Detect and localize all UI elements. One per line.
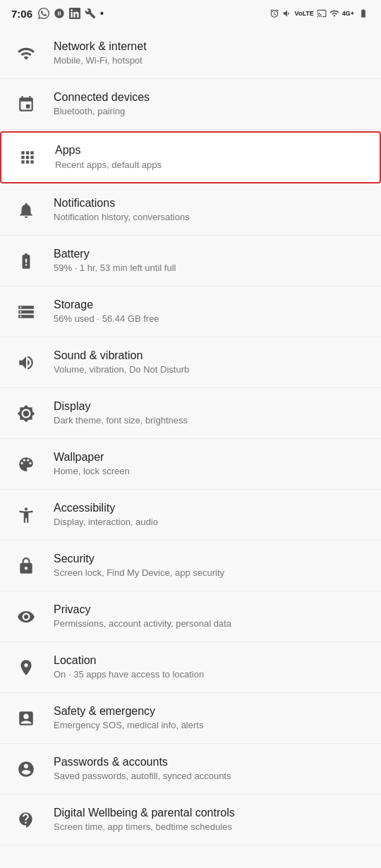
settings-item-wallpaper[interactable]: Wallpaper Home, lock screen: [0, 439, 381, 490]
item-subtitle-wallpaper: Home, lock screen: [54, 466, 130, 478]
settings-item-battery[interactable]: Battery 59% · 1 hr, 53 min left until fu…: [0, 236, 381, 287]
item-subtitle-passwords: Saved passwords, autofill, synced accoun…: [54, 771, 231, 783]
settings-item-notifications[interactable]: Notifications Notification history, conv…: [0, 185, 381, 236]
security-icon: [11, 551, 41, 581]
item-title-safety: Safety & emergency: [54, 704, 203, 719]
signal-icon: [329, 8, 339, 18]
item-subtitle-network: Mobile, Wi-Fi, hotspot: [54, 55, 147, 67]
settings-item-location[interactable]: Location On · 35 apps have access to loc…: [0, 642, 381, 693]
network-icon: [11, 39, 41, 68]
storage-icon: [11, 297, 41, 327]
settings-item-privacy[interactable]: Privacy Permissions, account activity, p…: [0, 591, 381, 642]
item-title-passwords: Passwords & accounts: [54, 755, 231, 770]
wellbeing-icon: [11, 805, 41, 835]
settings-item-display[interactable]: Display Dark theme, font size, brightnes…: [0, 388, 381, 439]
item-text-network: Network & internet Mobile, Wi-Fi, hotspo…: [54, 40, 147, 68]
item-subtitle-apps: Recent apps, default apps: [55, 159, 162, 171]
item-text-storage: Storage 56% used · 56.44 GB free: [54, 298, 159, 326]
settings-item-accessibility[interactable]: Accessibility Display, interaction, audi…: [0, 490, 381, 541]
status-bar: 7:06 • VoLTE 4G+: [0, 0, 381, 25]
cast-icon: [317, 8, 327, 18]
item-title-apps: Apps: [55, 143, 162, 158]
battery-icon: [357, 8, 370, 18]
settings-item-wellbeing[interactable]: Digital Wellbeing & parental controls Sc…: [0, 795, 381, 845]
settings-item-apps[interactable]: Apps Recent apps, default apps: [0, 131, 381, 183]
volte-icon: VoLTE: [295, 10, 314, 17]
item-title-accessibility: Accessibility: [54, 501, 158, 516]
status-dot: •: [100, 8, 104, 19]
item-text-battery: Battery 59% · 1 hr, 53 min left until fu…: [54, 247, 176, 275]
alarm-icon: [270, 8, 279, 18]
item-text-location: Location On · 35 apps have access to loc…: [54, 653, 204, 682]
item-text-notifications: Notifications Notification history, conv…: [54, 196, 190, 224]
item-text-accessibility: Accessibility Display, interaction, audi…: [54, 501, 158, 529]
settings-item-sound[interactable]: Sound & vibration Volume, vibration, Do …: [0, 337, 381, 388]
item-text-privacy: Privacy Permissions, account activity, p…: [54, 603, 231, 631]
item-title-security: Security: [54, 552, 224, 567]
accessibility-icon: [11, 500, 41, 530]
display-icon: [11, 399, 41, 428]
location-icon: [11, 653, 41, 682]
item-text-apps: Apps Recent apps, default apps: [55, 143, 162, 171]
sound-icon: [11, 348, 41, 378]
whatsapp-icon: [38, 8, 49, 19]
item-title-location: Location: [54, 653, 204, 668]
item-title-storage: Storage: [54, 298, 159, 313]
item-subtitle-location: On · 35 apps have access to location: [54, 669, 204, 681]
item-subtitle-accessibility: Display, interaction, audio: [54, 517, 158, 529]
item-title-notifications: Notifications: [54, 196, 190, 211]
passwords-icon: [11, 754, 41, 784]
settings-list: Network & internet Mobile, Wi-Fi, hotspo…: [0, 28, 381, 845]
item-text-passwords: Passwords & accounts Saved passwords, au…: [54, 755, 231, 783]
item-subtitle-display: Dark theme, font size, brightness: [54, 415, 188, 427]
item-subtitle-notifications: Notification history, conversations: [54, 212, 190, 224]
item-text-safety: Safety & emergency Emergency SOS, medica…: [54, 704, 203, 733]
volume-icon: [282, 8, 292, 18]
item-text-wallpaper: Wallpaper Home, lock screen: [54, 450, 130, 478]
settings-item-safety[interactable]: Safety & emergency Emergency SOS, medica…: [0, 693, 381, 744]
4g-icon: 4G+: [342, 10, 354, 17]
status-left-icons: •: [38, 8, 104, 19]
item-text-sound: Sound & vibration Volume, vibration, Do …: [54, 349, 189, 377]
item-subtitle-connected-devices: Bluetooth, pairing: [54, 106, 150, 118]
item-subtitle-privacy: Permissions, account activity, personal …: [54, 618, 231, 630]
tools-icon: [85, 8, 96, 19]
connected-icon: [11, 90, 41, 119]
item-title-privacy: Privacy: [54, 603, 231, 617]
item-text-display: Display Dark theme, font size, brightnes…: [54, 399, 188, 428]
safety-icon: [11, 704, 41, 733]
notifications-icon: [11, 195, 41, 225]
item-subtitle-storage: 56% used · 56.44 GB free: [54, 313, 159, 325]
status-time: 7:06: [11, 8, 32, 20]
status-right-icons: VoLTE 4G+: [270, 8, 370, 18]
linkedin-icon: [69, 8, 80, 19]
item-subtitle-safety: Emergency SOS, medical info, alerts: [54, 720, 203, 732]
item-subtitle-battery: 59% · 1 hr, 53 min left until full: [54, 263, 176, 275]
item-title-sound: Sound & vibration: [54, 349, 189, 363]
apps-icon: [13, 143, 42, 172]
item-title-display: Display: [54, 399, 188, 414]
item-title-wallpaper: Wallpaper: [54, 450, 130, 465]
settings-item-passwords[interactable]: Passwords & accounts Saved passwords, au…: [0, 744, 381, 795]
settings-item-network[interactable]: Network & internet Mobile, Wi-Fi, hotspo…: [0, 28, 381, 79]
item-text-security: Security Screen lock, Find My Device, ap…: [54, 552, 224, 580]
item-subtitle-security: Screen lock, Find My Device, app securit…: [54, 567, 224, 579]
item-subtitle-sound: Volume, vibration, Do Not Disturb: [54, 364, 189, 376]
item-text-connected-devices: Connected devices Bluetooth, pairing: [54, 90, 150, 119]
item-subtitle-wellbeing: Screen time, app timers, bedtime schedul…: [54, 821, 235, 833]
item-title-network: Network & internet: [54, 40, 147, 54]
wallpaper-icon: [11, 450, 41, 479]
item-title-wellbeing: Digital Wellbeing & parental controls: [54, 806, 235, 821]
settings-item-storage[interactable]: Storage 56% used · 56.44 GB free: [0, 287, 381, 337]
item-text-wellbeing: Digital Wellbeing & parental controls Sc…: [54, 806, 235, 834]
settings-item-security[interactable]: Security Screen lock, Find My Device, ap…: [0, 541, 381, 591]
snapchat-icon: [54, 8, 65, 19]
item-title-battery: Battery: [54, 247, 176, 262]
settings-item-connected-devices[interactable]: Connected devices Bluetooth, pairing: [0, 79, 381, 130]
item-title-connected-devices: Connected devices: [54, 90, 150, 105]
battery-icon: [11, 246, 41, 276]
privacy-icon: [11, 602, 41, 632]
